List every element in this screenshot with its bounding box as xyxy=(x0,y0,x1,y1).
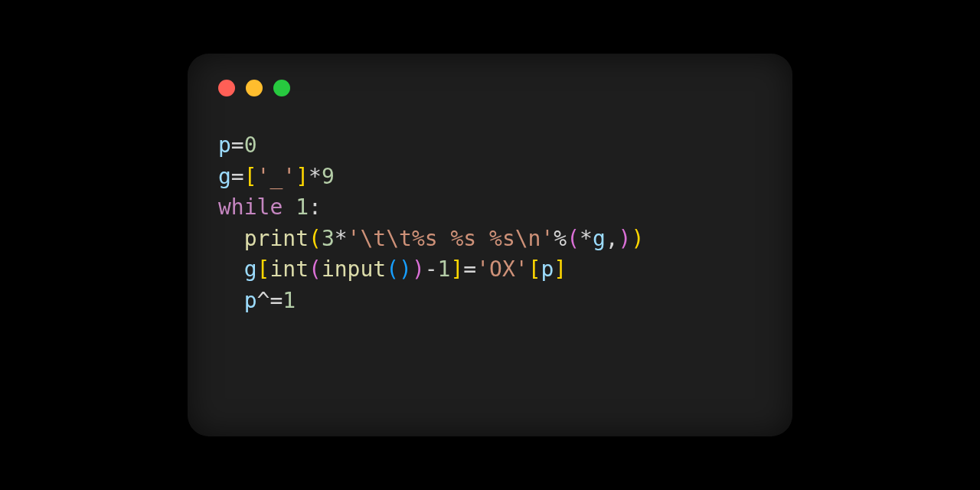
paren: ( xyxy=(309,256,322,282)
variable: g xyxy=(244,256,257,282)
string: 'OX' xyxy=(476,256,528,282)
bracket: [ xyxy=(244,164,257,189)
operator: * xyxy=(335,226,348,251)
number: 3 xyxy=(322,226,335,251)
bracket: ] xyxy=(450,256,463,282)
paren: ) xyxy=(412,256,425,282)
indent xyxy=(218,256,244,282)
punctuation: : xyxy=(309,194,322,220)
bracket: [ xyxy=(257,256,270,282)
paren: ) xyxy=(631,226,644,251)
indent xyxy=(218,226,244,251)
paren: ( xyxy=(386,256,399,282)
bracket: ] xyxy=(554,256,567,282)
variable: g xyxy=(593,226,606,251)
operator: * xyxy=(309,164,322,189)
operator: = xyxy=(231,132,244,158)
window-controls xyxy=(218,80,762,96)
code-window: p=0 g=['_']*9 while 1: print(3*'\t\t%s %… xyxy=(188,54,792,436)
bracket: [ xyxy=(528,256,541,282)
operator: ^= xyxy=(257,288,283,313)
paren: ( xyxy=(567,226,580,251)
number: 1 xyxy=(438,256,451,282)
space xyxy=(283,194,296,220)
number: 1 xyxy=(283,288,296,313)
operator: = xyxy=(231,164,244,189)
number: 1 xyxy=(296,194,309,220)
variable: p xyxy=(218,132,231,158)
paren: ) xyxy=(619,226,632,251)
string: '_' xyxy=(257,164,296,189)
keyword: while xyxy=(218,194,283,220)
variable: p xyxy=(244,288,257,313)
close-icon[interactable] xyxy=(218,80,235,96)
indent xyxy=(218,288,244,313)
bracket: ] xyxy=(296,164,309,189)
operator: * xyxy=(580,226,593,251)
maximize-icon[interactable] xyxy=(273,80,290,96)
string: '\t\t%s %s %s\n' xyxy=(348,226,554,251)
minimize-icon[interactable] xyxy=(246,80,263,96)
variable: g xyxy=(218,164,231,189)
operator: % xyxy=(554,226,567,251)
punctuation: , xyxy=(606,226,619,251)
paren: ) xyxy=(399,256,412,282)
operator: = xyxy=(463,256,476,282)
paren: ( xyxy=(309,226,322,251)
number: 0 xyxy=(244,132,257,158)
function: print xyxy=(244,226,309,251)
function: int xyxy=(270,256,309,282)
number: 9 xyxy=(322,164,335,189)
code-block: p=0 g=['_']*9 while 1: print(3*'\t\t%s %… xyxy=(218,130,762,317)
function: input xyxy=(322,256,386,282)
variable: p xyxy=(541,256,554,282)
operator: - xyxy=(425,256,438,282)
